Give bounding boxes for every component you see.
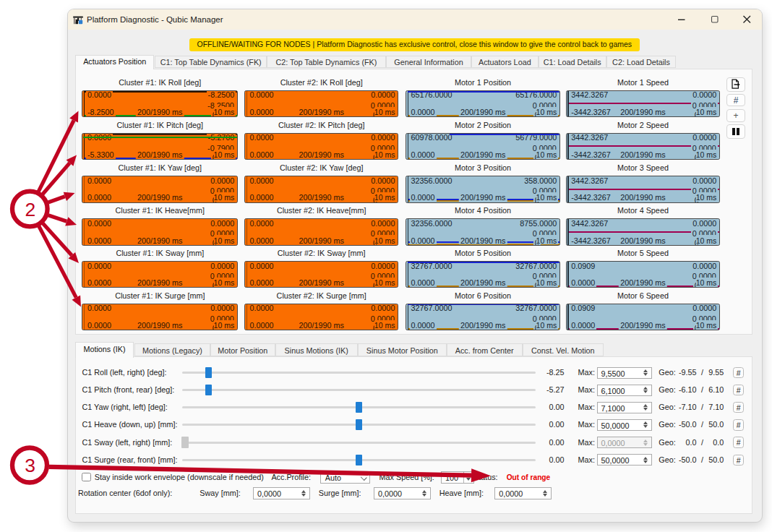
svg-text:2: 2 [25,199,35,220]
svg-text:3: 3 [25,455,35,476]
